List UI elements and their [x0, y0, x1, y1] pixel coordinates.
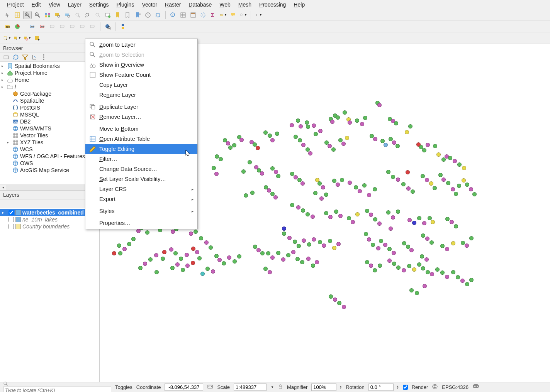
map-point[interactable]: [406, 170, 410, 174]
collapse-icon[interactable]: [31, 54, 38, 61]
map-point[interactable]: [421, 233, 425, 238]
map-point[interactable]: [322, 243, 326, 248]
rotation-input[interactable]: [368, 384, 394, 391]
menu-layer[interactable]: Layer: [65, 1, 85, 8]
zoom-full-button[interactable]: [43, 11, 52, 19]
attribute-table-button[interactable]: [179, 11, 187, 19]
map-point[interactable]: [328, 215, 333, 219]
map-point[interactable]: [328, 239, 332, 243]
coordinate-input[interactable]: [165, 384, 203, 391]
browser-item-home[interactable]: ▸Home: [0, 76, 99, 83]
processing-toolbox-button[interactable]: [199, 11, 207, 19]
map-point[interactable]: [189, 231, 193, 236]
map-point[interactable]: [391, 215, 395, 220]
ctx-remove-layer-[interactable]: Remove Layer…: [85, 112, 197, 122]
map-point[interactable]: [127, 242, 131, 246]
menu-vector[interactable]: Vector: [139, 1, 160, 8]
show-bookmarks-button[interactable]: [124, 11, 132, 19]
map-point[interactable]: [244, 193, 248, 198]
map-point[interactable]: [440, 270, 445, 275]
browser-item-wcs[interactable]: WCS: [0, 146, 99, 153]
map-point[interactable]: [302, 238, 306, 243]
map-point[interactable]: [421, 266, 425, 270]
map-point[interactable]: [445, 275, 449, 279]
show-hide-labels-button[interactable]: [48, 22, 57, 31]
map-point[interactable]: [313, 191, 317, 195]
map-point[interactable]: [451, 241, 455, 245]
map-point[interactable]: [367, 193, 371, 197]
map-point[interactable]: [275, 132, 279, 136]
browser-item-xyz-tiles[interactable]: ▸XYZ Tiles: [0, 139, 99, 146]
map-point[interactable]: [371, 243, 375, 247]
zoom-in-button[interactable]: [23, 11, 32, 19]
map-point[interactable]: [295, 257, 300, 261]
map-point[interactable]: [336, 115, 340, 120]
ctx-show-feature-count[interactable]: Show Feature Count: [85, 70, 197, 80]
map-point[interactable]: [226, 141, 230, 145]
ctx-copy-layer[interactable]: Copy Layer: [85, 80, 197, 90]
map-point[interactable]: [379, 239, 383, 243]
map-tips-button[interactable]: [229, 11, 238, 19]
map-point[interactable]: [204, 240, 209, 245]
map-point[interactable]: [461, 241, 465, 245]
map-point[interactable]: [227, 255, 231, 260]
browser-item-geopackage[interactable]: GeoPackage: [0, 90, 99, 97]
field-calculator-button[interactable]: [189, 11, 197, 19]
layer-row-waterbeetles-combined[interactable]: ▸waterbeetles_combined: [0, 209, 99, 216]
map-point[interactable]: [118, 251, 122, 255]
map-point[interactable]: [215, 154, 219, 159]
map-point[interactable]: [405, 130, 409, 134]
zoom-layer-button[interactable]: [63, 11, 72, 19]
map-point[interactable]: [282, 226, 286, 231]
browser-item-spatialite[interactable]: SpatiaLite: [0, 97, 99, 104]
map-point[interactable]: [396, 210, 400, 214]
map-point[interactable]: [391, 175, 395, 179]
map-point[interactable]: [347, 216, 351, 220]
layer-visibility-checkbox[interactable]: [8, 210, 14, 215]
map-point[interactable]: [270, 166, 275, 171]
map-point[interactable]: [336, 182, 340, 187]
map-point[interactable]: [407, 218, 412, 222]
map-point[interactable]: [199, 236, 203, 240]
map-point[interactable]: [430, 272, 434, 276]
refresh-button[interactable]: [154, 11, 162, 19]
map-point[interactable]: [143, 262, 147, 266]
extents-icon[interactable]: [207, 384, 213, 391]
browser-item-db2[interactable]: DB2DB2: [0, 118, 99, 125]
map-point[interactable]: [301, 208, 305, 213]
map-point[interactable]: [175, 262, 180, 267]
map-point[interactable]: [373, 137, 377, 141]
map-point[interactable]: [214, 254, 219, 258]
map-point[interactable]: [294, 175, 298, 179]
map-point[interactable]: [332, 246, 336, 250]
map-point[interactable]: [424, 257, 429, 262]
new-map-view-button[interactable]: [104, 11, 112, 19]
map-point[interactable]: [378, 264, 382, 268]
map-point[interactable]: [383, 243, 387, 247]
change-label-button[interactable]: [78, 22, 87, 31]
map-point[interactable]: [376, 246, 380, 250]
ctx-change-data-source-[interactable]: Change Data Source…: [85, 164, 197, 174]
map-point[interactable]: [318, 129, 323, 133]
metasearch-button[interactable]: [104, 22, 112, 31]
toggles-label[interactable]: Toggles: [115, 384, 132, 390]
map-point[interactable]: [354, 185, 358, 189]
map-point[interactable]: [171, 230, 175, 234]
map-point[interactable]: [170, 266, 175, 270]
browser-item-spatial-bookmarks[interactable]: ▸Spatial Bookmarks: [0, 63, 99, 69]
new-3d-button[interactable]: ▼: [239, 11, 248, 19]
map-point[interactable]: [311, 264, 315, 268]
browser-item-postgis[interactable]: PostGIS: [0, 104, 99, 111]
map-point[interactable]: [355, 118, 359, 123]
add-layer-icon[interactable]: [3, 54, 10, 61]
menu-settings[interactable]: Settings: [86, 1, 112, 8]
scale-input[interactable]: [234, 384, 267, 391]
map-point[interactable]: [462, 166, 466, 170]
map-point[interactable]: [232, 143, 236, 147]
map-point[interactable]: [362, 183, 367, 188]
map-point[interactable]: [396, 177, 400, 182]
map-point[interactable]: [333, 297, 337, 302]
browser-item-mssql[interactable]: MSSQL: [0, 111, 99, 118]
map-point[interactable]: [462, 178, 466, 182]
map-point[interactable]: [396, 265, 401, 270]
